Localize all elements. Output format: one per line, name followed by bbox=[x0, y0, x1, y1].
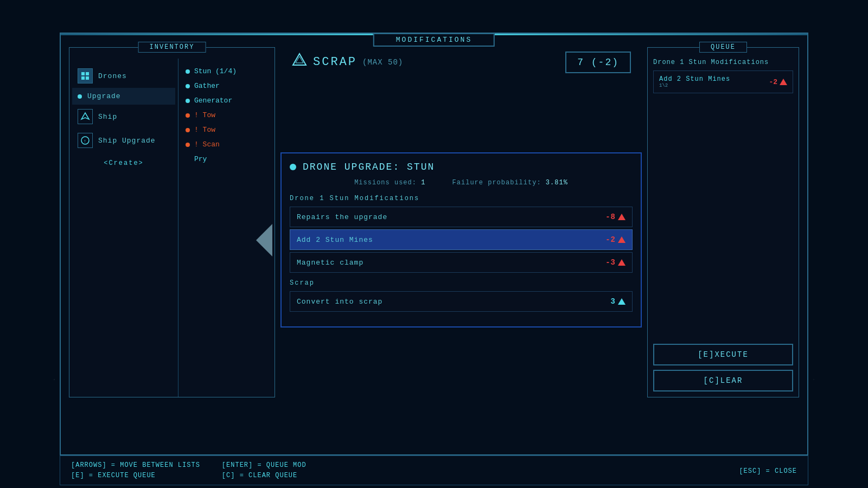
window-title: Modifications bbox=[373, 33, 495, 47]
queue-list-item[interactable]: Add 2 Stun Mines 1\2 -2 bbox=[653, 70, 793, 93]
tow1-dot bbox=[186, 113, 190, 118]
hint-execute: [E] = EXECUTE QUEUE bbox=[71, 472, 200, 479]
sub-item-tow1[interactable]: ! Tow bbox=[183, 108, 270, 123]
sub-item-scan-label: ! Scan bbox=[194, 140, 220, 149]
inventory-item-upgrade[interactable]: Upgrade bbox=[72, 88, 175, 105]
scrap-text: Scrap bbox=[313, 55, 357, 69]
mod-item-convert[interactable]: Convert into scrap 3 bbox=[290, 291, 633, 312]
create-button[interactable]: <Create> bbox=[72, 155, 175, 171]
mod-item-repair[interactable]: Repairs the upgrade -8 bbox=[290, 207, 633, 227]
inventory-title: Inventory bbox=[138, 42, 206, 53]
scrap-value: 7 (-2) bbox=[565, 52, 631, 73]
drone-card: Drone Upgrade: Stun Missions used: 1 Fai… bbox=[280, 152, 642, 328]
svg-marker-7 bbox=[293, 54, 306, 65]
left-arrow-shape bbox=[256, 224, 272, 256]
mod-item-stun-mines[interactable]: Add 2 Stun Mines -2 bbox=[290, 229, 633, 250]
clear-button[interactable]: [C]lear bbox=[653, 370, 793, 391]
execute-button[interactable]: [E]xecute bbox=[653, 344, 793, 365]
sub-item-stun-label: Stun (1/4) bbox=[194, 67, 237, 75]
inventory-item-ship-upgrade[interactable]: ↑ Ship Upgrade bbox=[72, 129, 175, 152]
nav-arrow-left[interactable] bbox=[253, 221, 275, 259]
hints-bar: [ARROWS] = MOVE BETWEEN LISTS [E] = EXEC… bbox=[60, 455, 808, 485]
hints-left: [ARROWS] = MOVE BETWEEN LISTS [E] = EXEC… bbox=[71, 461, 200, 479]
sub-item-stun[interactable]: Stun (1/4) bbox=[183, 64, 270, 79]
svg-marker-4 bbox=[81, 113, 89, 119]
sub-item-generator-label: Generator bbox=[194, 97, 232, 105]
queue-cost-triangle bbox=[780, 79, 787, 85]
inventory-content: Drones Upgrade Ship bbox=[69, 59, 275, 397]
hint-esc: [ESC] = CLOSE bbox=[739, 467, 797, 475]
mod-stun-mines-cost: -2 bbox=[605, 235, 626, 244]
mod-convert-cost-value: 3 bbox=[611, 297, 616, 306]
sub-item-gather-label: Gather bbox=[194, 82, 220, 90]
hints-middle: [ENTER] = QUEUE MOD [C] = CLEAR QUEUE bbox=[222, 461, 307, 479]
upgrade-dot bbox=[78, 94, 82, 99]
drones-icon bbox=[78, 68, 93, 84]
drone-stats: Missions used: 1 Failure probability: 3.… bbox=[290, 179, 633, 187]
repair-cost-triangle bbox=[618, 214, 626, 220]
middle-panel: Scrap (max 50) 7 (-2) Drone Upgrade: Stu… bbox=[280, 47, 642, 397]
mod-stun-mines-cost-value: -2 bbox=[605, 235, 616, 244]
queue-item-label: Add 2 Stun Mines bbox=[659, 75, 730, 83]
tow2-dot bbox=[186, 128, 190, 132]
drone-card-header: Drone Upgrade: Stun bbox=[290, 162, 633, 172]
mod-mag-clamp-cost: -3 bbox=[605, 258, 626, 267]
sub-item-scan[interactable]: ! Scan bbox=[183, 137, 270, 152]
svg-rect-2 bbox=[81, 76, 85, 80]
svg-rect-0 bbox=[81, 72, 85, 75]
inventory-item-ship-upgrade-label: Ship Upgrade bbox=[98, 137, 156, 145]
sub-item-pry-label: Pry bbox=[186, 155, 207, 163]
failure-value: 3.81% bbox=[546, 179, 568, 187]
inventory-item-drones[interactable]: Drones bbox=[72, 64, 175, 88]
scrap-mod-list: Convert into scrap 3 bbox=[290, 291, 633, 312]
mod-convert-cost: 3 bbox=[611, 297, 626, 306]
scrap-icon bbox=[291, 52, 308, 72]
queue-section-title: Drone 1 Stun Modifications bbox=[653, 59, 793, 66]
queue-item-cost: -2 bbox=[769, 78, 787, 86]
content-area: Inventory Drones bbox=[61, 39, 807, 406]
mag-clamp-cost-triangle bbox=[618, 259, 626, 266]
mod-item-mag-clamp[interactable]: Magnetic clamp -3 bbox=[290, 252, 633, 273]
mod-repair-cost: -8 bbox=[605, 213, 626, 221]
middle-wrapper: Drone Upgrade: Stun Missions used: 1 Fai… bbox=[280, 82, 642, 397]
inventory-item-ship-label: Ship bbox=[98, 113, 117, 121]
convert-cost-triangle bbox=[618, 298, 626, 305]
missions-label: Missions used: bbox=[354, 179, 417, 187]
drone-title: Drone Upgrade: Stun bbox=[303, 162, 435, 172]
inventory-item-ship[interactable]: Ship bbox=[72, 105, 175, 129]
inventory-item-upgrade-label: Upgrade bbox=[87, 92, 121, 100]
missions-value: 1 bbox=[421, 179, 425, 187]
mod-repair-label: Repairs the upgrade bbox=[297, 213, 387, 221]
gather-dot bbox=[186, 84, 190, 88]
sub-item-tow1-label: ! Tow bbox=[194, 111, 215, 119]
sub-item-tow2[interactable]: ! Tow bbox=[183, 123, 270, 137]
sub-item-generator[interactable]: Generator bbox=[183, 93, 270, 108]
queue-panel: Queue Drone 1 Stun Modifications Add 2 S… bbox=[647, 47, 799, 397]
sub-item-pry[interactable]: Pry bbox=[183, 152, 270, 166]
mod-repair-cost-value: -8 bbox=[605, 213, 616, 221]
scrap-label: Scrap (max 50) bbox=[291, 52, 403, 72]
sub-item-gather[interactable]: Gather bbox=[183, 79, 270, 93]
mod-mag-clamp-label: Magnetic clamp bbox=[297, 259, 363, 267]
mod-list: Repairs the upgrade -8 Add 2 Stun Mines … bbox=[290, 207, 633, 273]
mod-mag-clamp-cost-value: -3 bbox=[605, 258, 616, 267]
svg-text:↑: ↑ bbox=[84, 139, 87, 144]
queue-item-fraction: 1\2 bbox=[659, 83, 730, 88]
mod-convert-label: Convert into scrap bbox=[297, 298, 382, 306]
sub-item-tow2-label: ! Tow bbox=[194, 126, 215, 134]
queue-content: Drone 1 Stun Modifications Add 2 Stun Mi… bbox=[648, 48, 799, 338]
ship-upgrade-icon: ↑ bbox=[78, 133, 93, 148]
main-window: Modifications Inventory bbox=[60, 33, 808, 455]
hint-arrows: [ARROWS] = MOVE BETWEEN LISTS bbox=[71, 461, 200, 469]
queue-item-info: Add 2 Stun Mines 1\2 bbox=[659, 75, 730, 88]
stun-mines-cost-triangle bbox=[618, 236, 626, 243]
inventory-item-drones-label: Drones bbox=[98, 72, 127, 80]
hint-enter: [ENTER] = QUEUE MOD bbox=[222, 461, 307, 469]
inventory-panel: Inventory Drones bbox=[69, 47, 275, 397]
drone-status-dot bbox=[290, 164, 296, 170]
scrap-max: (max 50) bbox=[362, 58, 403, 67]
ship-icon bbox=[78, 109, 93, 124]
inventory-main-list: Drones Upgrade Ship bbox=[69, 59, 178, 397]
queue-buttons: [E]xecute [C]lear bbox=[648, 338, 799, 397]
scan-dot bbox=[186, 143, 190, 147]
